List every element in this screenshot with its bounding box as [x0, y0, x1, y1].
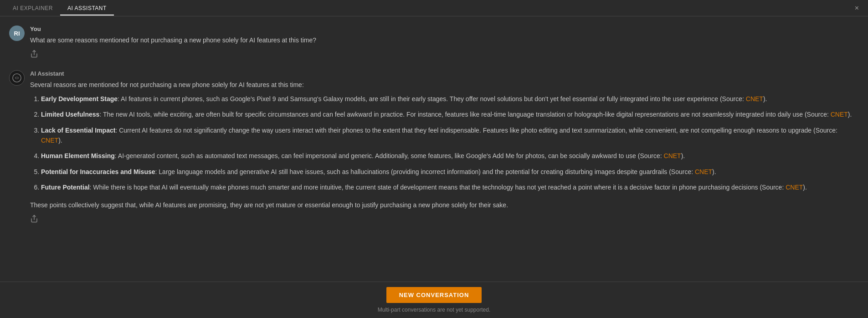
tab-ai-assistant[interactable]: AI ASSISTANT: [60, 1, 114, 15]
reasons-list: Early Development Stage: AI features in …: [30, 94, 859, 193]
close-button[interactable]: ×: [853, 2, 861, 14]
reason-suffix-6: ).: [803, 184, 807, 191]
reason-suffix-1: ).: [763, 95, 767, 103]
ai-intro-text: Several reasons are mentioned for not pu…: [30, 80, 859, 90]
bottom-bar: NEW CONVERSATION Multi-part conversation…: [0, 282, 868, 318]
cnet-link-6[interactable]: CNET: [786, 184, 803, 191]
user-message-text: What are some reasons mentioned for not …: [30, 35, 859, 45]
reason-title-6: Future Potential: [41, 184, 90, 191]
cnet-link-4[interactable]: CNET: [664, 152, 681, 159]
reason-suffix-5: ).: [712, 168, 716, 175]
ai-message-block: AI Assistant Several reasons are mention…: [9, 70, 859, 224]
user-message-content: You What are some reasons mentioned for …: [30, 26, 859, 59]
reason-body-2: : The new AI tools, while exciting, are …: [99, 111, 830, 118]
reason-body-3: : Current AI features do not significant…: [115, 127, 837, 134]
ai-share-icon[interactable]: [30, 215, 859, 224]
reason-body-5: : Large language models and generative A…: [155, 168, 695, 175]
cnet-link-3[interactable]: CNET: [41, 137, 58, 144]
reason-suffix-2: ).: [848, 111, 852, 118]
list-item: Limited Usefulness: The new AI tools, wh…: [41, 109, 859, 119]
ai-summary-text: These points collectively suggest that, …: [30, 200, 859, 210]
reason-title-5: Potential for Inaccuracies and Misuse: [41, 168, 155, 175]
reason-suffix-4: ).: [681, 152, 685, 159]
multi-part-note: Multi-part conversations are not yet sup…: [378, 307, 490, 313]
new-conversation-button[interactable]: NEW CONVERSATION: [386, 287, 482, 303]
list-item: Lack of Essential Impact: Current AI fea…: [41, 125, 859, 146]
cnet-link-1[interactable]: CNET: [746, 95, 763, 103]
list-item: Human Element Missing: AI-generated cont…: [41, 151, 859, 161]
reason-title-1: Early Development Stage: [41, 95, 118, 103]
ai-message-content: AI Assistant Several reasons are mention…: [30, 70, 859, 224]
reason-body-6: : While there is hope that AI will event…: [90, 184, 786, 191]
user-share-icon[interactable]: [30, 50, 859, 59]
reason-title-2: Limited Usefulness: [41, 111, 99, 118]
user-avatar: RI: [9, 26, 25, 41]
reason-body-4: : AI-generated content, such as automate…: [115, 152, 664, 159]
user-message-block: RI You What are some reasons mentioned f…: [9, 26, 859, 59]
cnet-link-2[interactable]: CNET: [831, 111, 848, 118]
list-item: Future Potential: While there is hope th…: [41, 182, 859, 192]
reason-body-1: : AI features in current phones, such as…: [118, 95, 746, 103]
tab-ai-explainer[interactable]: AI EXPLAINER: [5, 1, 60, 15]
svg-point-2: [15, 77, 18, 80]
tab-bar: AI EXPLAINER AI ASSISTANT ×: [0, 0, 868, 16]
reason-suffix-3: ).: [58, 137, 62, 144]
list-item: Early Development Stage: AI features in …: [41, 94, 859, 104]
cnet-link-5[interactable]: CNET: [695, 168, 712, 175]
list-item: Potential for Inaccuracies and Misuse: L…: [41, 167, 859, 177]
reason-title-4: Human Element Missing: [41, 152, 115, 159]
ai-avatar: [9, 70, 25, 86]
chat-content-area: RI You What are some reasons mentioned f…: [0, 16, 868, 282]
ai-sender-label: AI Assistant: [30, 70, 859, 77]
reason-title-3: Lack of Essential Impact: [41, 127, 115, 134]
user-sender-label: You: [30, 26, 859, 32]
